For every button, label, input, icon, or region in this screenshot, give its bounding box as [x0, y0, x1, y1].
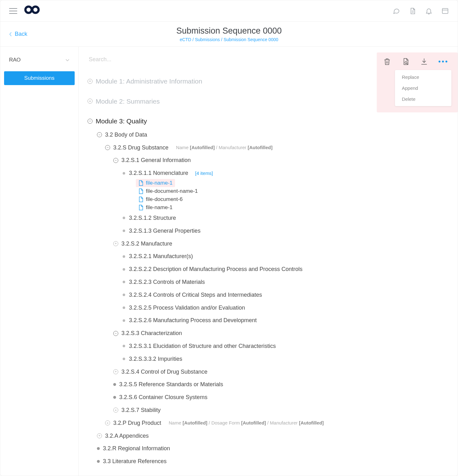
bullet-icon [123, 255, 125, 258]
tree-node[interactable]: 3.2.S.1.2 Structure [88, 212, 449, 224]
tree-node[interactable]: 3.2.S.6 Container Closure Systems [88, 391, 449, 404]
context-menu: Replace Append Delete [395, 70, 451, 106]
expand-icon[interactable]: + [105, 420, 110, 425]
menu-delete[interactable]: Delete [402, 96, 445, 102]
tree-node[interactable]: 3.2.S.2.2 Description of Manufacturing P… [88, 263, 449, 276]
tree-node[interactable]: +3.2.S.7 Stability [88, 404, 449, 417]
collapse-icon[interactable]: − [113, 158, 118, 163]
bullet-icon [123, 172, 125, 175]
svg-point-1 [405, 62, 407, 64]
bell-icon[interactable] [425, 7, 433, 15]
expand-icon[interactable]: + [113, 408, 118, 413]
file-item[interactable]: file-name-1 [136, 179, 175, 187]
back-label: Back [15, 31, 27, 37]
file-icon [138, 197, 143, 202]
tree-node[interactable]: 3.2.S.2.3 Controls of Materials [88, 276, 449, 289]
project-select[interactable]: RAO [4, 53, 75, 67]
bullet-icon [123, 294, 125, 296]
bullet-icon [123, 345, 125, 347]
tree-node[interactable]: 3.2.S.5 Reference Standards or Materials [88, 378, 449, 391]
tree-node[interactable]: 3.2.S.3.3.2 Impurities [88, 353, 449, 365]
chevron-down-icon [65, 58, 70, 62]
tree-node[interactable]: +3.2.S.4 Control of Drug Substance [88, 365, 449, 378]
menu-replace[interactable]: Replace [402, 74, 445, 80]
bullet-icon [123, 281, 125, 283]
expand-icon[interactable]: + [97, 433, 102, 438]
menu-icon[interactable] [9, 6, 17, 16]
bullet-icon [97, 460, 100, 463]
tree-node[interactable]: + 3.2.S.2 Manufacture [88, 237, 449, 250]
expand-icon[interactable]: + [88, 99, 93, 104]
item-count: [4 items] [195, 170, 213, 177]
tree-node[interactable]: 3.2.S.1.3 General Properties [88, 224, 449, 237]
tree-node-module-4[interactable]: + Module 4: Nonclinical Study Reports [88, 473, 449, 476]
bullet-icon [123, 268, 125, 271]
bullet-icon [123, 319, 125, 322]
file-item[interactable]: file-document-name-1 [136, 187, 200, 195]
bullet-icon [113, 396, 116, 399]
panel-icon[interactable] [441, 7, 449, 15]
tree-node[interactable]: 3.2.S.2.6 Manufacturing Process and Deve… [88, 314, 449, 327]
tree-node[interactable]: 3.2.S.2.1 Manufacturer(s) [88, 250, 449, 263]
action-panel: Replace Append Delete [377, 52, 458, 112]
file-item[interactable]: file-name-1 [136, 203, 175, 212]
bullet-icon [123, 230, 125, 232]
project-name: RAO [9, 57, 21, 63]
collapse-icon[interactable]: − [105, 145, 110, 150]
collapse-icon[interactable]: − [113, 331, 118, 336]
preview-icon[interactable] [402, 57, 410, 66]
breadcrumb[interactable]: eCTD/Submissions/Submission Sequence 000… [176, 37, 282, 42]
tree-node[interactable]: 3.2.R Regional Information [88, 442, 449, 455]
tree-node[interactable]: 3.3 Literature References [88, 455, 449, 468]
submissions-button[interactable]: Submissions [4, 71, 75, 85]
file-icon [138, 188, 143, 194]
chat-icon[interactable] [392, 7, 400, 15]
svg-rect-0 [442, 8, 448, 14]
bullet-icon [123, 358, 125, 360]
tree-node[interactable]: − 3.2.S.1 General Information [88, 154, 449, 167]
expand-icon[interactable]: + [88, 79, 93, 84]
expand-icon[interactable]: + [113, 369, 118, 374]
tree-node[interactable]: − 3.2.S Drug Substance Name [Autofilled]… [88, 141, 449, 154]
menu-append[interactable]: Append [402, 85, 445, 91]
file-item[interactable]: file-document-6 [136, 195, 185, 203]
tree-node[interactable]: 3.2.S.2.4 Controls of Critical Steps and… [88, 289, 449, 301]
tree-node-module-3[interactable]: − Module 3: Quality [88, 114, 449, 128]
collapse-icon[interactable]: − [88, 119, 93, 124]
tree-node[interactable]: 3.2.S.2.5 Process Validation and/or Eval… [88, 301, 449, 314]
tree-node[interactable]: +3.2.A Appendices [88, 430, 449, 442]
logo [24, 5, 40, 16]
file-icon [138, 205, 143, 210]
tree-node[interactable]: 3.2.S.1.1 Nomenclature [4 items] [88, 167, 449, 180]
bullet-icon [113, 383, 116, 386]
search-input[interactable] [88, 54, 213, 65]
collapse-icon[interactable]: − [97, 132, 102, 137]
trash-icon[interactable] [383, 57, 391, 66]
tree-node[interactable]: 3.2.S.3.1 Elucidation of Structure and o… [88, 340, 449, 353]
bullet-icon [123, 306, 125, 309]
more-icon[interactable] [439, 61, 447, 62]
document-icon[interactable] [409, 7, 416, 15]
tree-node[interactable]: + 3.2.P Drug Product Name [Autofilled] /… [88, 417, 449, 430]
bullet-icon [97, 447, 100, 450]
back-button[interactable]: Back [9, 31, 27, 37]
expand-icon[interactable]: + [113, 241, 118, 246]
file-icon [138, 180, 143, 186]
page-title: Submission Sequence 0000 [176, 26, 282, 36]
download-icon[interactable] [420, 57, 428, 66]
bullet-icon [123, 217, 125, 219]
tree-node[interactable]: − 3.2 Body of Data [88, 128, 449, 141]
tree-node[interactable]: − 3.2.S.3 Characterization [88, 327, 449, 340]
